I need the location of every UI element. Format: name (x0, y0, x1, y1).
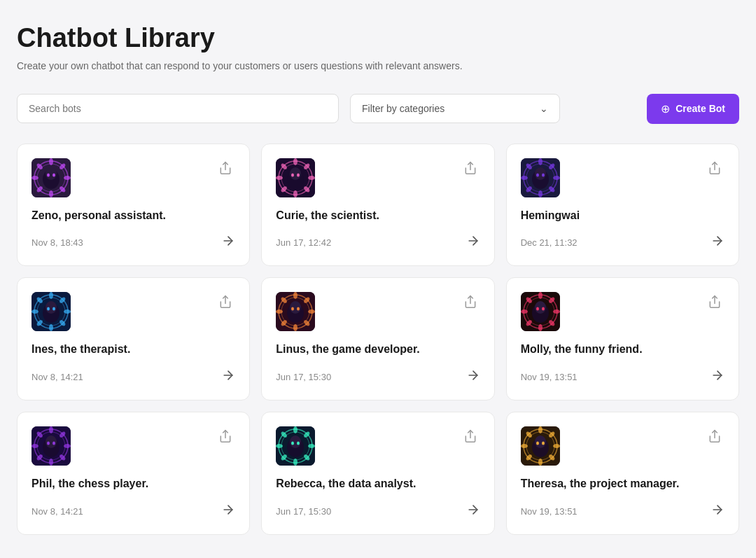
bot-card-header (31, 292, 235, 331)
navigate-arrow-icon[interactable] (466, 234, 480, 251)
bot-card[interactable]: Curie, the scientist. Jun 17, 12:42 (261, 144, 494, 267)
svg-point-132 (291, 442, 294, 445)
bots-grid: Zeno, personal assistant. Nov 8, 18:43 (17, 144, 739, 535)
bot-timestamp: Nov 8, 14:21 (31, 372, 83, 382)
svg-point-115 (47, 442, 50, 445)
bot-name: Molly, the funny friend. (521, 342, 724, 357)
share-icon[interactable] (461, 426, 480, 449)
navigate-arrow-icon[interactable] (221, 503, 235, 520)
bot-avatar (31, 426, 71, 466)
svg-point-39 (538, 158, 542, 165)
svg-point-19 (290, 167, 301, 180)
svg-point-31 (297, 173, 300, 176)
navigate-arrow-icon[interactable] (466, 503, 480, 520)
bot-name: Linus, the game developer. (276, 342, 479, 357)
svg-point-7 (64, 176, 71, 180)
svg-point-124 (293, 426, 298, 433)
filter-dropdown-label: Filter by categories (362, 103, 444, 114)
bot-card-footer: Nov 8, 14:21 (31, 368, 235, 386)
svg-point-111 (49, 459, 53, 466)
svg-point-30 (291, 173, 294, 176)
svg-point-145 (538, 459, 542, 466)
page-title: Chatbot Library (17, 22, 739, 55)
svg-point-109 (64, 444, 71, 448)
share-icon[interactable] (216, 426, 235, 449)
svg-point-147 (521, 444, 528, 448)
navigate-arrow-icon[interactable] (710, 234, 724, 251)
share-icon[interactable] (705, 292, 724, 315)
svg-point-87 (535, 301, 546, 314)
bot-card[interactable]: Zeno, personal assistant. Nov 8, 18:43 (17, 144, 250, 267)
svg-point-43 (538, 190, 542, 197)
bot-card[interactable]: Molly, the funny friend. Nov 19, 13:51 (506, 277, 739, 400)
svg-point-60 (49, 324, 53, 331)
svg-point-65 (52, 307, 55, 311)
svg-point-53 (46, 301, 57, 314)
bot-card-footer: Jun 17, 15:30 (276, 368, 479, 386)
share-icon[interactable] (216, 292, 235, 315)
svg-point-81 (291, 307, 294, 311)
bot-timestamp: Dec 21, 11:32 (521, 237, 578, 248)
bot-avatar-image (521, 158, 560, 197)
plus-icon: ⊕ (661, 102, 670, 116)
bot-name: Zeno, personal assistant. (31, 209, 235, 223)
svg-point-56 (49, 292, 53, 299)
svg-point-79 (276, 309, 283, 314)
navigate-arrow-icon[interactable] (710, 368, 724, 386)
svg-point-2 (46, 167, 57, 180)
bot-timestamp: Jun 17, 15:30 (276, 372, 331, 382)
svg-point-58 (64, 309, 71, 314)
bot-avatar-image (276, 426, 315, 466)
search-input[interactable] (17, 94, 339, 123)
bot-card-header (521, 158, 724, 197)
svg-point-90 (538, 292, 542, 299)
share-icon[interactable] (461, 158, 480, 181)
bot-card-footer: Nov 19, 13:51 (521, 503, 724, 520)
svg-point-45 (521, 176, 528, 180)
bot-card[interactable]: Linus, the game developer. Jun 17, 15:30 (261, 277, 494, 400)
svg-point-116 (52, 442, 55, 445)
bot-card[interactable]: Rebecca, the data analyst. Jun 17, 15:30 (261, 412, 494, 535)
svg-point-64 (47, 307, 50, 311)
svg-point-75 (308, 309, 315, 314)
svg-point-47 (536, 173, 539, 176)
bot-timestamp: Nov 8, 18:43 (31, 237, 83, 248)
bot-card-footer: Jun 17, 15:30 (276, 503, 479, 520)
share-icon[interactable] (461, 292, 480, 315)
bot-card-footer: Nov 8, 18:43 (31, 234, 235, 251)
share-icon[interactable] (216, 158, 235, 181)
chevron-down-icon: ⌄ (540, 103, 548, 114)
svg-point-11 (31, 176, 38, 180)
svg-point-141 (538, 426, 542, 433)
bot-card[interactable]: Ines, the therapist. Nov 8, 14:21 (17, 277, 250, 400)
navigate-arrow-icon[interactable] (710, 503, 724, 520)
filter-dropdown[interactable]: Filter by categories ⌄ (350, 94, 560, 123)
bot-card[interactable]: Phil, the chess player. Nov 8, 14:21 (17, 412, 250, 535)
share-icon[interactable] (705, 426, 724, 449)
navigate-arrow-icon[interactable] (221, 234, 235, 251)
svg-point-36 (535, 167, 546, 180)
bot-avatar-image (276, 292, 315, 331)
navigate-arrow-icon[interactable] (466, 368, 480, 386)
svg-point-128 (293, 459, 298, 466)
bot-timestamp: Nov 8, 14:21 (31, 506, 83, 517)
page-subtitle: Create your own chatbot that can respond… (17, 60, 739, 71)
bot-card-header (31, 426, 235, 466)
bot-avatar-image (31, 426, 71, 466)
bot-name: Theresa, the project manager. (521, 477, 724, 491)
bot-name: Rebecca, the data analyst. (276, 477, 479, 491)
svg-point-73 (293, 292, 298, 299)
bot-card[interactable]: Theresa, the project manager. Nov 19, 13… (506, 412, 739, 535)
bot-card[interactable]: Hemingwai Dec 21, 11:32 (506, 144, 739, 267)
bot-timestamp: Jun 17, 12:42 (276, 237, 331, 248)
navigate-arrow-icon[interactable] (221, 368, 235, 386)
svg-point-13 (47, 173, 50, 176)
create-bot-button[interactable]: ⊕ Create Bot (647, 94, 739, 124)
bot-name: Ines, the therapist. (31, 342, 235, 357)
share-icon[interactable] (705, 158, 724, 181)
bot-card-footer: Nov 8, 14:21 (31, 503, 235, 520)
svg-point-126 (308, 444, 315, 448)
svg-point-5 (49, 158, 53, 165)
bot-card-header (521, 292, 724, 331)
svg-point-9 (49, 190, 53, 197)
